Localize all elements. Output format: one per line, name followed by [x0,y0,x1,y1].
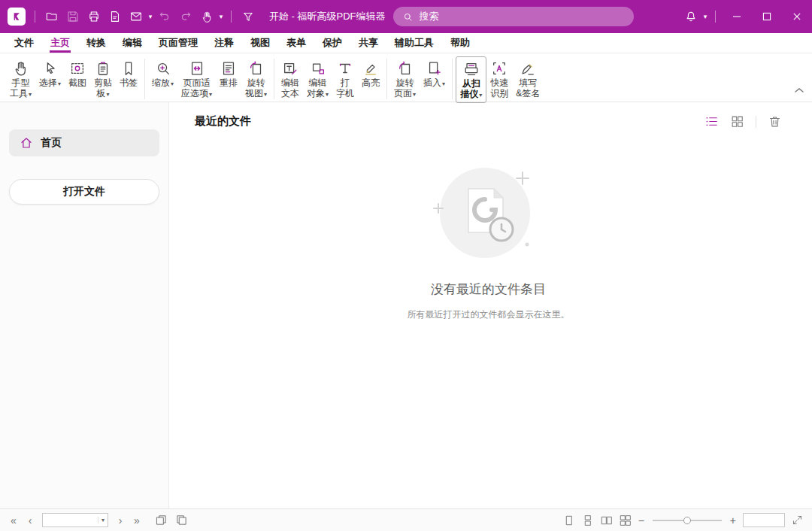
ribbon-tool-edit-text[interactable]: 编辑 文本 [277,56,303,102]
app-window: ▾ ▾ 开始 - 福昕高级PDF编辑器 搜索 ▾ [0,0,812,531]
quick-print-icon[interactable] [105,6,126,27]
tab-organize-pages[interactable]: 页面管理 [150,33,206,53]
page-number-input[interactable] [43,514,98,526]
dropdown-caret-icon [208,88,212,99]
rotate-pages-icon [397,59,414,77]
tab-edit[interactable]: 编辑 [114,33,150,53]
ribbon-tool-fit-page-options[interactable]: 页面适 应选项 [177,56,216,102]
ribbon-tool-quick-recognize[interactable]: 快速 识别 [486,56,512,102]
previous-view-button[interactable] [155,514,168,526]
ribbon-tool-snapshot[interactable]: 截图 [65,56,90,91]
dropdown-caret-icon [28,88,32,99]
minimize-button[interactable] [722,0,752,33]
ribbon-tool-reflow[interactable]: 重排 [216,56,241,91]
quick-access-caret-icon[interactable]: ▾ [147,13,154,20]
email-icon[interactable] [126,6,147,27]
close-button[interactable] [782,0,812,33]
ribbon-tab-bar: 文件 主页 转换 编辑 页面管理 注释 视图 表单 保护 共享 辅助工具 帮助 [0,33,812,53]
next-view-button[interactable] [175,514,188,526]
select-cursor-icon [42,59,59,77]
titlebar-separator [35,11,35,23]
recent-files-heading: 最近的文件 [195,114,251,129]
ribbon-tool-rotate-view[interactable]: 旋转 视图 [241,56,271,102]
facing-continuous-view-button[interactable] [620,514,632,526]
tab-comment[interactable]: 注释 [206,33,242,53]
continuous-view-button[interactable] [582,514,594,526]
tab-home[interactable]: 主页 [42,33,78,53]
ribbon-tool-typewriter[interactable]: 打 字机 [332,56,358,102]
maximize-button[interactable] [752,0,782,33]
dropdown-caret-icon [263,88,267,99]
undo-icon[interactable] [154,6,175,27]
zoom-in-button[interactable]: + [730,515,736,526]
clear-recent-trash-button[interactable] [768,114,782,129]
notifications-bell-icon[interactable] [680,6,701,27]
open-file-icon[interactable] [41,6,62,27]
tab-share[interactable]: 共享 [350,33,386,53]
facing-view-button[interactable] [601,514,613,526]
dropdown-caret-icon [106,88,110,99]
zoom-slider[interactable] [653,520,722,521]
list-view-button[interactable] [704,114,719,129]
ribbon-tool-zoom[interactable]: 缩放 [148,56,177,91]
titlebar-separator [231,11,232,23]
edit-text-icon [282,59,298,77]
zoom-slider-thumb[interactable] [683,517,691,524]
prev-page-button[interactable]: ‹ [26,515,35,526]
next-page-button[interactable]: › [116,515,125,526]
last-page-button[interactable]: » [132,515,141,526]
bookmark-icon [120,59,137,77]
ribbon-separator [386,59,387,99]
first-page-button[interactable]: « [9,515,18,526]
tab-convert[interactable]: 转换 [78,33,114,53]
ribbon-tool-highlight[interactable]: 高亮 [358,56,383,91]
search-placeholder: 搜索 [420,10,439,23]
collapse-ribbon-button[interactable] [794,83,804,97]
save-icon[interactable] [62,6,83,27]
fill-sign-pen-icon [520,59,536,77]
zoom-out-button[interactable]: − [638,515,644,526]
ribbon-tool-from-scanner[interactable]: 从扫 描仪 [456,56,486,103]
search-box[interactable]: 搜索 [393,7,634,26]
statusbar: « ‹ ▾ › » [0,508,812,531]
page-number-caret-icon[interactable]: ▾ [98,517,108,523]
hand-quick-caret-icon[interactable]: ▾ [217,13,225,20]
dropdown-caret-icon [325,88,329,99]
zoom-level-box [743,513,785,527]
account-caret-icon[interactable]: ▾ [701,13,709,20]
app-logo [8,8,26,26]
share-funnel-icon[interactable] [238,6,259,27]
ribbon-tool-hand[interactable]: 手型 工具 [6,56,35,102]
ribbon-tool-fill-sign[interactable]: 填写 &签名 [512,56,544,102]
tab-help[interactable]: 帮助 [442,33,478,53]
open-file-label: 打开文件 [63,185,105,199]
print-icon[interactable] [83,6,105,27]
zoom-level-input[interactable] [744,515,784,528]
titlebar: ▾ ▾ 开始 - 福昕高级PDF编辑器 搜索 ▾ [0,0,812,33]
tab-form[interactable]: 表单 [278,33,314,53]
search-icon [402,11,414,23]
sidebar-item-home[interactable]: 首页 [9,129,159,156]
ribbon-tool-select[interactable]: 选择 [35,56,65,91]
tab-assistive-tools[interactable]: 辅助工具 [386,33,442,53]
ocr-icon [491,59,508,77]
ribbon-tool-rotate-pages[interactable]: 旋转 页面 [390,56,420,102]
ribbon-tool-clipboard[interactable]: 剪贴 板 [90,56,116,102]
start-page-sidebar: 首页 打开文件 [0,102,169,508]
grid-view-button[interactable] [730,114,744,129]
single-page-view-button[interactable] [563,514,575,526]
ribbon-tool-bookmark[interactable]: 书签 [116,56,141,91]
titlebar-separator [715,11,716,23]
tab-view[interactable]: 视图 [242,33,278,53]
dropdown-caret-icon [478,89,482,99]
tab-file[interactable]: 文件 [6,33,42,53]
ribbon-tool-insert[interactable]: 插入 [420,56,449,91]
hand-quick-icon[interactable] [196,6,217,27]
ribbon-tool-edit-object[interactable]: 编辑 对象 [303,56,332,102]
highlight-icon [362,59,379,77]
redo-icon[interactable] [175,6,196,27]
view-tools [704,114,782,129]
tab-protect[interactable]: 保护 [314,33,350,53]
fullscreen-button[interactable] [792,514,803,526]
open-file-button[interactable]: 打开文件 [9,179,159,205]
